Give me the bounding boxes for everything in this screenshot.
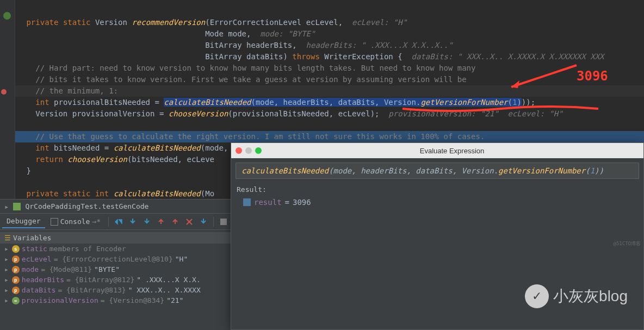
code-line-12[interactable]: return chooseVersion(bitsNeeded, ecLeve (22, 155, 214, 164)
small-watermark: @51CTO博客 (613, 240, 641, 247)
evaluate-expression-icon[interactable] (198, 216, 209, 227)
run-to-cursor-icon[interactable] (184, 216, 195, 227)
step-over-icon[interactable] (113, 216, 124, 227)
test-run-icon (13, 203, 21, 210)
code-line-9[interactable]: Version provisionalVersion = chooseVersi… (22, 109, 563, 118)
tab-console[interactable]: Console →* (46, 215, 105, 228)
result-type-icon (243, 198, 251, 206)
console-icon (51, 218, 58, 226)
code-line-14[interactable]: private static int calculateBitsNeeded(M… (22, 189, 214, 198)
expression-input[interactable]: calculateBitsNeeded(mode, headerBits, da… (236, 163, 639, 179)
watermark: ✓ 小灰灰blog (525, 284, 628, 308)
minimize-icon[interactable] (245, 147, 252, 154)
test-tab-label[interactable]: QrCodePaddingTest.testGenCode (25, 202, 148, 210)
code-line-13[interactable]: } (22, 166, 31, 175)
wechat-icon: ✓ (525, 284, 549, 308)
step-into-icon[interactable] (127, 216, 138, 227)
breakpoint-gutter-icon[interactable] (1, 89, 7, 95)
code-line-8[interactable]: int provisionalBitsNeeded = calculateBit… (22, 98, 535, 107)
maximize-icon[interactable] (255, 147, 262, 154)
step-out-icon[interactable] (156, 216, 166, 227)
code-line-10[interactable]: // Use that guess to calculate the right… (22, 132, 485, 141)
code-line-6[interactable]: // bits it takes to know version. First … (22, 75, 467, 84)
code-line-1[interactable]: private static Version recommendVersion(… (22, 18, 407, 27)
code-line-4[interactable]: BitArray dataBits) throws WriterExceptio… (22, 52, 604, 61)
override-gutter-icon[interactable] (3, 12, 11, 20)
divider (213, 217, 214, 227)
drop-frame-icon[interactable] (170, 216, 181, 227)
code-line-3[interactable]: BitArray headerBits, headerBits: " .XXX.… (22, 41, 453, 49)
close-icon[interactable] (236, 147, 242, 154)
calculator-icon[interactable] (218, 216, 229, 227)
code-line-5[interactable]: // Hard part: need to know version to kn… (22, 64, 475, 72)
annotation-number: 3096 (577, 69, 608, 84)
result-label: Result: (231, 183, 643, 196)
result-row[interactable]: result = 3096 (231, 196, 643, 209)
code-line-7[interactable]: // the minimum, 1: (22, 86, 118, 95)
divider (108, 217, 109, 227)
force-step-into-icon[interactable] (141, 216, 152, 227)
svg-rect-0 (220, 219, 227, 225)
editor-gutter (0, 0, 15, 199)
tab-debugger[interactable]: Debugger (2, 215, 45, 228)
code-line-2[interactable]: Mode mode, mode: "BYTE" (22, 29, 315, 38)
dialog-title: Evaluate Expression (265, 147, 639, 155)
dialog-titlebar[interactable]: Evaluate Expression (231, 143, 643, 158)
